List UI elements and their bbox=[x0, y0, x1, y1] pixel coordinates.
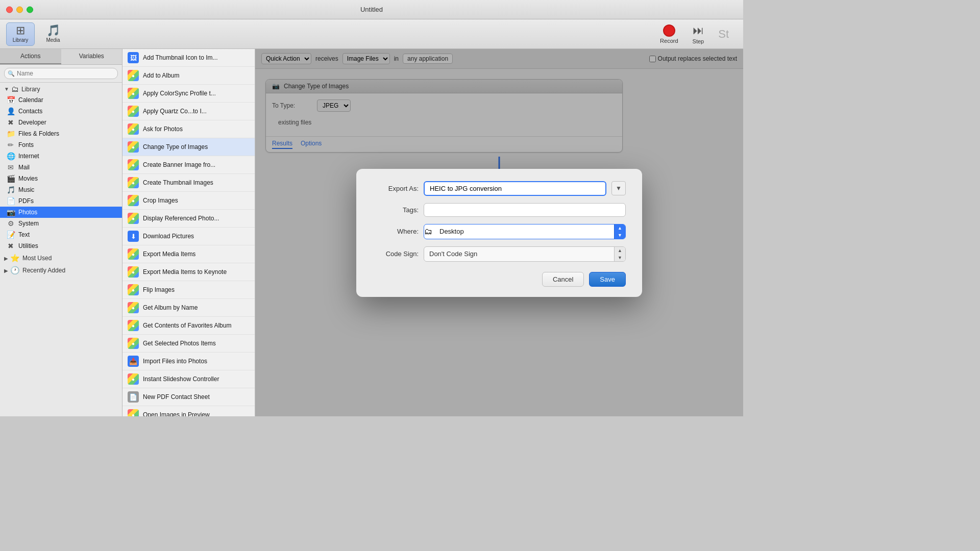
modal-row-export-as: Export As: ▼ bbox=[373, 181, 626, 196]
record-button[interactable]: Record bbox=[656, 22, 682, 46]
action-open-preview[interactable]: ● Open Images in Preview bbox=[122, 406, 255, 416]
sidebar-item-files-folders[interactable]: 📁 Files & Folders bbox=[0, 128, 122, 139]
minimize-button[interactable] bbox=[16, 6, 23, 13]
action-ask-photos[interactable]: ● Ask for Photos bbox=[122, 120, 255, 138]
recently-added-group-label: Recently Added bbox=[22, 267, 65, 274]
files-folders-icon: 📁 bbox=[6, 130, 15, 138]
sidebar-item-text[interactable]: 📝 Text bbox=[0, 229, 122, 240]
sidebar-item-music[interactable]: 🎵 Music bbox=[0, 184, 122, 195]
action-get-selected-photos-label: Get Selected Photos Items bbox=[143, 340, 216, 347]
sidebar-item-internet[interactable]: 🌐 Internet bbox=[0, 151, 122, 162]
action-apply-colorsync[interactable]: ● Apply ColorSync Profile t... bbox=[122, 85, 255, 103]
system-icon: ⚙ bbox=[6, 219, 15, 228]
tags-input[interactable] bbox=[424, 203, 626, 217]
sidebar-item-contacts[interactable]: 👤 Contacts bbox=[0, 106, 122, 117]
get-album-icon: ● bbox=[128, 302, 139, 313]
library-group-header[interactable]: ▼ 🗂 Library bbox=[0, 83, 122, 94]
action-export-media-keynote[interactable]: ● Export Media Items to Keynote bbox=[122, 263, 255, 281]
sidebar-item-movies[interactable]: 🎬 Movies bbox=[0, 173, 122, 184]
action-get-favorites[interactable]: ● Get Contents of Favorites Album bbox=[122, 317, 255, 335]
action-export-media[interactable]: ● Export Media Items bbox=[122, 245, 255, 263]
action-create-thumbnail[interactable]: ● Create Thumbnail Images bbox=[122, 174, 255, 192]
sidebar-item-photos[interactable]: 📷 Photos bbox=[0, 207, 122, 218]
action-apply-quartz[interactable]: ● Apply Quartz Co...to I... bbox=[122, 103, 255, 120]
action-change-type[interactable]: ● Change Type of Images bbox=[122, 138, 255, 156]
get-favorites-icon: ● bbox=[128, 320, 139, 331]
media-icon: 🎵 bbox=[46, 25, 60, 36]
modal-overlay: Export As: ▼ Tags: Where: 🗂 Desktop bbox=[255, 49, 743, 416]
action-get-selected-photos[interactable]: ● Get Selected Photos Items bbox=[122, 335, 255, 353]
modal-row-code-sign: Code Sign: Don't Code Sign ▲ ▼ bbox=[373, 246, 626, 262]
code-sign-arrow-down[interactable]: ▼ bbox=[615, 254, 625, 261]
actions-panel: 🖼 Add Thumbnail Icon to Im... ● Add to A… bbox=[122, 49, 255, 416]
code-sign-label: Code Sign: bbox=[373, 250, 419, 258]
most-used-group-header[interactable]: ▶ ⭐ Most Used bbox=[0, 252, 122, 264]
export-as-label: Export As: bbox=[373, 185, 419, 192]
sidebar-item-system[interactable]: ⚙ System bbox=[0, 218, 122, 229]
library-group-icon: 🗂 bbox=[11, 85, 19, 93]
where-arrow-down[interactable]: ▼ bbox=[615, 232, 625, 239]
tab-variables[interactable]: Variables bbox=[61, 49, 122, 64]
action-display-referenced[interactable]: ● Display Referenced Photo... bbox=[122, 210, 255, 228]
code-sign-arrow-up[interactable]: ▲ bbox=[615, 247, 625, 254]
save-button[interactable]: Save bbox=[589, 272, 626, 287]
library-button[interactable]: ⊞ Library bbox=[6, 22, 35, 46]
photos-icon: 📷 bbox=[6, 208, 15, 216]
library-icon: ⊞ bbox=[16, 25, 25, 36]
media-button[interactable]: 🎵 Media bbox=[39, 22, 67, 46]
sidebar-item-mail[interactable]: ✉ Mail bbox=[0, 162, 122, 173]
action-instant-slideshow[interactable]: ● Instant Slideshow Controller bbox=[122, 370, 255, 388]
action-crop-images[interactable]: ● Crop Images bbox=[122, 192, 255, 210]
action-import-files[interactable]: 📥 Import Files into Photos bbox=[122, 353, 255, 370]
action-crop-images-label: Crop Images bbox=[143, 197, 178, 204]
sidebar-item-developer[interactable]: ✖ Developer bbox=[0, 117, 122, 128]
movies-icon: 🎬 bbox=[6, 174, 15, 183]
action-download-pictures-label: Download Pictures bbox=[143, 233, 194, 240]
sidebar-item-utilities[interactable]: ✖ Utilities bbox=[0, 240, 122, 252]
action-get-album-by-name[interactable]: ● Get Album by Name bbox=[122, 299, 255, 317]
internet-icon: 🌐 bbox=[6, 152, 15, 160]
recently-added-group-header[interactable]: ▶ 🕐 Recently Added bbox=[0, 264, 122, 276]
where-select[interactable]: 🗂 Desktop ▲ ▼ bbox=[424, 224, 626, 239]
where-select-arrows: ▲ ▼ bbox=[614, 224, 625, 239]
action-add-album[interactable]: ● Add to Album bbox=[122, 67, 255, 85]
add-album-icon: ● bbox=[128, 70, 139, 81]
folder-icon: 🗂 bbox=[424, 227, 432, 236]
export-as-input[interactable] bbox=[424, 181, 606, 196]
step-label: Step bbox=[693, 38, 704, 44]
sidebar-item-calendar[interactable]: 📅 Calendar bbox=[0, 94, 122, 106]
action-ask-photos-label: Ask for Photos bbox=[143, 126, 183, 133]
new-pdf-icon: 📄 bbox=[128, 391, 139, 403]
fullscreen-button[interactable] bbox=[27, 6, 33, 13]
ask-photos-icon: ● bbox=[128, 123, 139, 135]
where-arrow-up[interactable]: ▲ bbox=[615, 224, 625, 232]
add-thumbnail-icon: 🖼 bbox=[128, 52, 139, 63]
change-type-icon: ● bbox=[128, 141, 139, 153]
sidebar-content: ▼ 🗂 Library 📅 Calendar 👤 Contacts ✖ Deve… bbox=[0, 83, 122, 416]
action-download-pictures[interactable]: ⬇ Download Pictures bbox=[122, 228, 255, 245]
where-value: Desktop bbox=[434, 225, 614, 238]
sidebar-item-text-label: Text bbox=[18, 231, 30, 238]
action-new-pdf[interactable]: 📄 New PDF Contact Sheet bbox=[122, 388, 255, 406]
step-button[interactable]: ⏭ Step bbox=[689, 22, 708, 46]
code-sign-select[interactable]: Don't Code Sign ▲ ▼ bbox=[424, 246, 626, 262]
close-button[interactable] bbox=[6, 6, 13, 13]
stop-icon: St bbox=[718, 28, 729, 41]
action-flip-images[interactable]: ● Flip Images bbox=[122, 281, 255, 299]
stop-button[interactable]: St bbox=[714, 26, 733, 43]
export-as-expand-btn[interactable]: ▼ bbox=[611, 181, 626, 195]
tab-actions[interactable]: Actions bbox=[0, 49, 61, 64]
developer-icon: ✖ bbox=[6, 118, 15, 127]
sidebar-item-pdfs[interactable]: 📄 PDFs bbox=[0, 195, 122, 207]
sidebar-item-music-label: Music bbox=[18, 186, 34, 193]
sidebar-item-fonts[interactable]: ✏ Fonts bbox=[0, 139, 122, 151]
action-open-preview-label: Open Images in Preview bbox=[143, 411, 210, 416]
action-apply-quartz-label: Apply Quartz Co...to I... bbox=[143, 108, 207, 115]
action-add-thumbnail[interactable]: 🖼 Add Thumbnail Icon to Im... bbox=[122, 49, 255, 67]
sidebar-item-utilities-label: Utilities bbox=[18, 242, 38, 249]
action-create-banner[interactable]: ● Create Banner Image fro... bbox=[122, 156, 255, 174]
traffic-lights bbox=[6, 6, 33, 13]
action-create-thumbnail-label: Create Thumbnail Images bbox=[143, 179, 213, 186]
cancel-button[interactable]: Cancel bbox=[542, 272, 584, 287]
search-input[interactable] bbox=[4, 68, 118, 79]
